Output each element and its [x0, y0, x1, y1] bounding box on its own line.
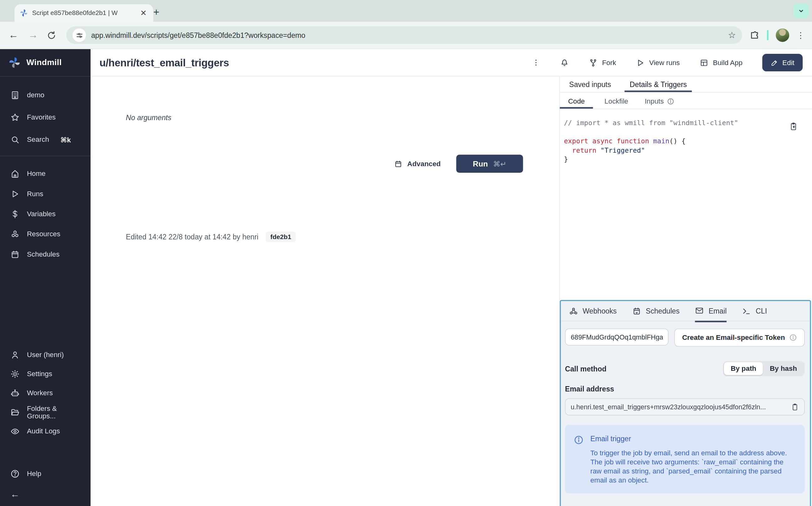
sidebar-item-label: Help	[27, 470, 41, 478]
tab-lockfile[interactable]: Lockfile	[599, 97, 633, 108]
sidebar-item-label: Favorites	[27, 113, 56, 121]
folder-open-icon	[10, 407, 20, 417]
sidebar-item-settings[interactable]: Settings	[0, 364, 90, 383]
url-text[interactable]: app.windmill.dev/scripts/get/e857be88e0f…	[91, 31, 723, 39]
email-address-value[interactable]	[571, 403, 787, 411]
sidebar: Windmill demo Favorites	[0, 49, 90, 506]
user-icon	[10, 350, 20, 359]
code-punct: () {	[669, 137, 686, 145]
tab-email[interactable]: Email	[695, 301, 727, 322]
sidebar-item-user[interactable]: User (henri)	[0, 345, 90, 364]
call-method-toggle: By path By hash	[723, 361, 805, 376]
sidebar-brand[interactable]: Windmill	[0, 49, 90, 77]
sidebar-item-search[interactable]: Search ⌘k	[0, 128, 90, 151]
details-tabs: Saved inputs Details & Triggers	[560, 77, 812, 93]
sidebar-item-label: demo	[27, 91, 45, 99]
header-actions: Fork View runs Build App	[532, 54, 803, 71]
fork-label: Fork	[602, 59, 616, 67]
calendar-sync-icon	[632, 306, 641, 315]
extensions-icon[interactable]	[749, 30, 760, 40]
sidebar-item-home[interactable]: Home	[0, 163, 90, 183]
browser-tab[interactable]: Script e857be88e0fde2b1 | W ✕	[14, 4, 153, 22]
bell-icon[interactable]	[559, 58, 569, 67]
view-runs-button[interactable]: View runs	[635, 58, 680, 67]
copy-code-icon[interactable]	[789, 122, 798, 131]
back-icon[interactable]: ←	[7, 29, 20, 41]
bookmark-star-icon[interactable]: ☆	[728, 30, 736, 41]
info-content: Email trigger To trigger the job by emai…	[590, 435, 796, 485]
edited-info: Edited 14:42 22/8 today at 14:42 by henr…	[126, 232, 296, 242]
sidebar-item-runs[interactable]: Runs	[0, 184, 90, 204]
code-function-name: main	[653, 137, 669, 145]
by-hash-option[interactable]: By hash	[763, 362, 804, 375]
browser-menu-icon[interactable]: ⋮	[796, 30, 805, 40]
build-app-label: Build App	[713, 59, 742, 67]
edit-button[interactable]: Edit	[762, 54, 803, 71]
building-icon	[10, 90, 20, 99]
sidebar-item-audit-logs[interactable]: Audit Logs	[0, 422, 90, 441]
sidebar-item-help[interactable]: Help	[0, 462, 90, 485]
forward-icon[interactable]: →	[27, 29, 40, 41]
tab-webhooks[interactable]: Webhooks	[569, 301, 617, 321]
tab-code[interactable]: Code	[560, 97, 593, 108]
by-path-option[interactable]: By path	[724, 362, 763, 375]
avatar[interactable]	[776, 28, 789, 42]
info-title: Email trigger	[590, 435, 796, 443]
tab-saved-inputs[interactable]: Saved inputs	[564, 80, 616, 92]
sidebar-item-variables[interactable]: Variables	[0, 204, 90, 224]
kebab-menu-icon[interactable]	[532, 59, 540, 67]
run-controls: Advanced Run ⌘↵	[394, 155, 523, 173]
version-hash-badge: fde2b1	[266, 232, 296, 242]
sidebar-item-label: User (henri)	[27, 351, 64, 359]
robot-icon	[10, 388, 20, 398]
sidebar-workspace-group: demo Favorites Search ⌘k	[0, 77, 90, 151]
sidebar-nav-group: Home Runs Variables	[0, 156, 90, 264]
code-close-brace: }	[564, 155, 568, 163]
sidebar-item-workspace[interactable]: demo	[0, 84, 90, 106]
reload-icon[interactable]	[47, 30, 59, 40]
boxes-icon	[10, 229, 20, 239]
no-arguments-text: No arguments	[126, 113, 172, 121]
build-app-button[interactable]: Build App	[699, 58, 742, 67]
new-tab-button[interactable]: +	[153, 7, 159, 17]
run-label: Run	[473, 159, 488, 168]
play-icon	[10, 189, 20, 198]
email-token-input[interactable]	[565, 329, 669, 346]
tab-cli[interactable]: CLI	[742, 301, 767, 321]
search-shortcut: ⌘k	[60, 135, 71, 143]
sidebar-item-label: Audit Logs	[27, 427, 60, 435]
envelope-icon	[695, 306, 704, 315]
sidebar-item-resources[interactable]: Resources	[0, 224, 90, 244]
tab-inputs[interactable]: Inputs	[640, 97, 679, 108]
fork-button[interactable]: Fork	[589, 58, 616, 67]
email-address-field[interactable]	[565, 398, 805, 416]
url-bar[interactable]: app.windmill.dev/scripts/get/e857be88e0f…	[66, 26, 742, 44]
sidebar-item-label: Variables	[27, 210, 56, 218]
sidebar-item-label: Schedules	[27, 250, 60, 258]
code-return: return	[564, 146, 600, 154]
tab-details-triggers[interactable]: Details & Triggers	[625, 80, 692, 92]
trigger-tabs: Webhooks Schedules	[561, 301, 810, 321]
tab-search-chevron-icon[interactable]	[793, 4, 809, 18]
sidebar-collapse-arrow-icon[interactable]: ←	[0, 485, 90, 504]
copy-email-icon[interactable]	[791, 403, 799, 411]
sidebar-item-folders-groups[interactable]: Folders & Groups...	[0, 402, 90, 422]
git-fork-icon	[589, 58, 597, 67]
browser-tab-strip: Script e857be88e0fde2b1 | W ✕ +	[0, 0, 812, 22]
details-panel: Saved inputs Details & Triggers Code Loc…	[559, 77, 812, 506]
run-button[interactable]: Run ⌘↵	[456, 155, 523, 173]
tab-schedules-label: Schedules	[646, 307, 679, 315]
code-comment: // import * as wmill from "windmill-clie…	[564, 119, 738, 127]
tab-schedules-trigger[interactable]: Schedules	[632, 301, 679, 321]
help-icon	[10, 469, 20, 478]
advanced-button[interactable]: Advanced	[394, 160, 441, 168]
calendar-icon	[10, 250, 20, 259]
create-email-token-button[interactable]: Create an Email-specific Token	[674, 329, 805, 347]
sidebar-item-workers[interactable]: Workers	[0, 383, 90, 402]
sidebar-item-favorites[interactable]: Favorites	[0, 106, 90, 128]
tab-close-icon[interactable]: ✕	[139, 8, 148, 17]
run-shortcut: ⌘↵	[493, 160, 506, 168]
code-viewer: // import * as wmill from "windmill-clie…	[560, 109, 812, 164]
site-settings-icon[interactable]	[72, 28, 86, 42]
sidebar-item-schedules[interactable]: Schedules	[0, 244, 90, 264]
